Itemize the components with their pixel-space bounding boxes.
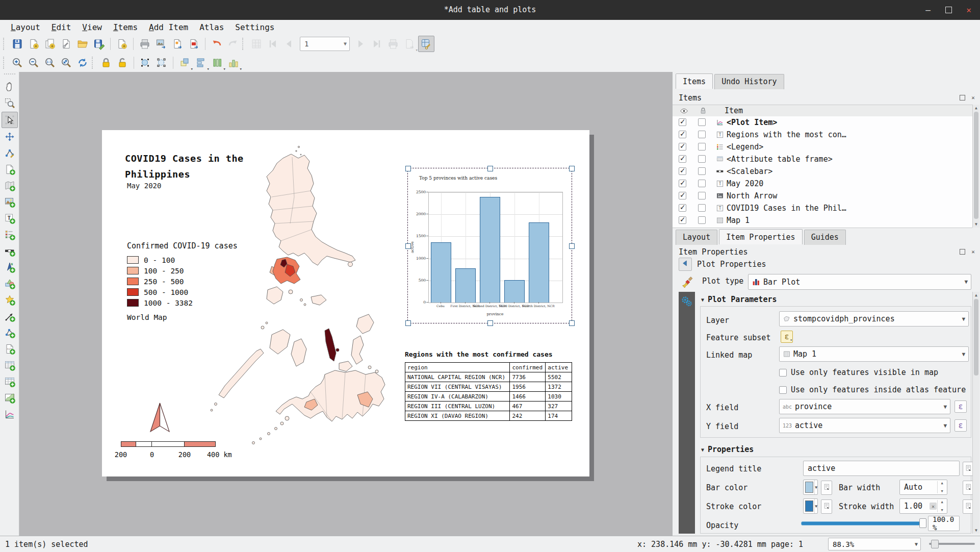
lock-items-button[interactable]	[98, 55, 114, 70]
zoom-tool-button[interactable]	[2, 95, 17, 111]
items-row[interactable]: ✓TMay 2020	[673, 178, 972, 190]
item-visibility-checkbox[interactable]: ✓	[679, 167, 686, 175]
items-row[interactable]: ✓<Legend>	[673, 141, 972, 153]
undock-panel-icon[interactable]	[959, 94, 966, 102]
add-arrow-button[interactable]	[2, 309, 17, 324]
print-button[interactable]	[137, 36, 152, 52]
add-page-button[interactable]	[2, 162, 17, 177]
scalebar-item[interactable]: 2000200400 km	[121, 441, 216, 462]
bar-color-data-defined-button[interactable]	[821, 481, 832, 495]
add-marker-button[interactable]	[2, 292, 17, 308]
add-north-arrow-button[interactable]: N	[2, 260, 17, 275]
item-lock-checkbox[interactable]	[698, 167, 706, 175]
feature-subset-expression-button[interactable]: ε▾	[781, 331, 793, 343]
plot-type-select[interactable]: Bar Plot ▼	[748, 274, 971, 290]
save-project-button[interactable]	[10, 36, 25, 52]
selection-handle[interactable]	[569, 320, 575, 326]
properties-scrollbar[interactable]: ▲▼	[972, 292, 979, 534]
distribute-items-button[interactable]: ▾	[210, 55, 225, 70]
menu-settings[interactable]: Settings	[229, 21, 280, 33]
item-visibility-checkbox[interactable]: ✓	[679, 143, 686, 150]
attribute-table-item[interactable]: Regions with the most confirmed cases re…	[405, 350, 572, 421]
zoom-in-button[interactable]	[10, 55, 25, 70]
atlas-first-feature-button[interactable]	[265, 36, 280, 52]
save-as-button[interactable]	[91, 36, 107, 52]
selection-handle[interactable]	[405, 166, 411, 171]
redo-button[interactable]	[225, 36, 241, 52]
item-visibility-checkbox[interactable]: ✓	[679, 118, 686, 126]
add-legend-button[interactable]	[2, 227, 17, 242]
atlas-settings-button[interactable]	[418, 36, 434, 52]
zoom-out-button[interactable]	[26, 55, 41, 70]
pan-layout-button[interactable]	[2, 79, 17, 94]
close-icon[interactable]: ✕	[963, 4, 975, 16]
item-lock-checkbox[interactable]	[698, 131, 706, 138]
unlock-items-button[interactable]	[115, 55, 130, 70]
linked-map-select[interactable]: Map 1 ▼	[779, 346, 969, 362]
menu-items[interactable]: Items	[108, 21, 143, 33]
undo-button[interactable]	[209, 36, 224, 52]
items-row[interactable]: ✓<Scalebar>	[673, 165, 972, 178]
y-field-expression-button[interactable]: ε	[955, 419, 967, 432]
items-list-scrollbar[interactable]: ▲▼	[972, 105, 979, 228]
items-row[interactable]: ✓North Arrow	[673, 190, 972, 202]
raise-items-button[interactable]: ▾	[177, 55, 192, 70]
tab-items[interactable]: Items	[676, 73, 713, 89]
north-arrow-item[interactable]	[148, 402, 172, 434]
new-layout-button[interactable]	[26, 36, 41, 52]
save-as-template-button[interactable]	[114, 36, 130, 52]
align-items-button[interactable]: ▾	[193, 55, 209, 70]
layout-page[interactable]: COVID19 Cases in the Philippines May 202…	[102, 130, 589, 476]
menu-layout[interactable]: Layout	[5, 21, 46, 33]
item-visibility-checkbox[interactable]: ✓	[679, 204, 686, 212]
item-lock-checkbox[interactable]	[698, 143, 706, 150]
maximize-icon[interactable]	[942, 4, 955, 16]
export-atlas-button[interactable]: ▾	[402, 36, 417, 52]
item-visibility-checkbox[interactable]: ✓	[679, 180, 686, 187]
refresh-view-button[interactable]	[75, 55, 90, 70]
clear-icon[interactable]: ✕	[930, 503, 937, 510]
slider-handle[interactable]	[919, 518, 926, 528]
select-move-item-button[interactable]	[2, 112, 18, 128]
item-visibility-checkbox[interactable]: ✓	[679, 216, 686, 224]
atlas-previous-feature-button[interactable]	[281, 36, 297, 52]
menu-view[interactable]: View	[76, 21, 108, 33]
close-panel-icon[interactable]: ✕	[969, 94, 977, 102]
back-button[interactable]	[679, 258, 692, 271]
layout-manager-button[interactable]	[59, 36, 74, 52]
close-panel-icon[interactable]: ✕	[969, 248, 977, 256]
add-label-button[interactable]: T	[2, 211, 17, 226]
add-fixed-table-button[interactable]	[2, 374, 17, 389]
map-item[interactable]	[207, 144, 403, 467]
item-lock-checkbox[interactable]	[698, 204, 706, 212]
atlas-page-spinbox[interactable]: 1▼	[300, 37, 350, 51]
menu-add-item[interactable]: Add Item	[143, 21, 194, 33]
selection-handle[interactable]	[405, 243, 411, 249]
add-node-item-button[interactable]	[2, 325, 17, 340]
legend-title-input[interactable]: active	[803, 461, 960, 476]
selection-handle[interactable]	[487, 166, 493, 171]
items-row[interactable]: ✓TCOVID19 Cases in the Phil…	[673, 202, 972, 214]
atlas-preview-button[interactable]	[249, 36, 264, 52]
add-attribute-table-button[interactable]	[2, 358, 17, 373]
map-subtitle-item[interactable]: May 2020	[127, 182, 161, 190]
add-html-button[interactable]: </>	[2, 341, 17, 357]
add-shape-button[interactable]	[2, 276, 17, 291]
items-row[interactable]: ✓TRegions with the most con…	[673, 129, 972, 141]
x-field-select[interactable]: abc province ▼	[779, 399, 950, 414]
stroke-color-button[interactable]: ▼	[803, 498, 818, 514]
item-lock-checkbox[interactable]	[698, 192, 706, 199]
item-lock-checkbox[interactable]	[698, 155, 706, 163]
plot-item[interactable]: Top 5 provinces with active cases active…	[407, 168, 572, 323]
items-row[interactable]: ✓<Plot Item>	[673, 116, 972, 129]
print-atlas-button[interactable]	[385, 36, 401, 52]
export-image-button[interactable]	[153, 36, 169, 52]
move-item-content-button[interactable]	[2, 129, 17, 144]
properties-section-header[interactable]: ▼ Properties	[701, 445, 754, 454]
bar-width-spinbox[interactable]: Auto ▲▼	[899, 480, 947, 495]
atlas-next-feature-button[interactable]	[353, 36, 368, 52]
layer-select[interactable]: stompcovidph_provinces ▼	[779, 311, 969, 327]
export-svg-button[interactable]	[170, 36, 185, 52]
tab-guides[interactable]: Guides	[804, 230, 846, 245]
selection-handle[interactable]	[569, 243, 575, 249]
